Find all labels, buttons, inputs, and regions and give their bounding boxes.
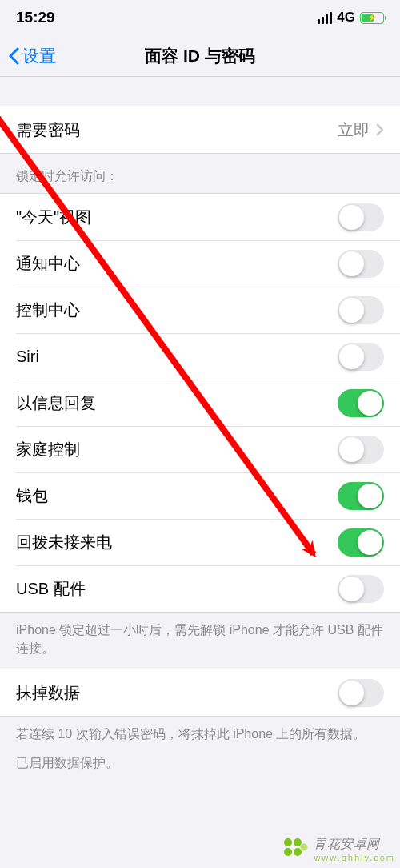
lock-access-toggle[interactable]: [338, 250, 384, 278]
watermark-url: www.qhhlv.com: [314, 853, 395, 862]
lock-access-label: 通知中心: [16, 253, 338, 275]
watermark-logo-icon: [282, 836, 309, 863]
lock-access-row: Siri: [0, 333, 400, 380]
erase-footer-1: 若连续 10 次输入错误密码，将抹掉此 iPhone 上的所有数据。: [0, 717, 400, 748]
lock-access-group: "今天"视图通知中心控制中心Siri以信息回复家庭控制钱包回拨未接来电USB 配…: [0, 193, 400, 613]
back-label: 设置: [22, 45, 56, 67]
lock-access-row: 控制中心: [0, 287, 400, 333]
lock-access-toggle[interactable]: [338, 296, 384, 324]
lock-access-label: 以信息回复: [16, 392, 338, 414]
erase-data-label: 抹掉数据: [16, 682, 338, 704]
svg-point-1: [284, 838, 292, 846]
lock-access-toggle[interactable]: [338, 389, 384, 417]
lock-access-toggle[interactable]: [338, 343, 384, 371]
status-indicators: 4G ⚡: [318, 10, 384, 26]
battery-icon: ⚡: [360, 12, 384, 24]
chevron-right-icon: [376, 123, 384, 136]
lock-access-row: 家庭控制: [0, 426, 400, 472]
lock-access-row: 通知中心: [0, 240, 400, 287]
erase-data-toggle[interactable]: [338, 679, 384, 707]
cell-signal-icon: [318, 12, 333, 24]
back-button[interactable]: 设置: [0, 45, 56, 67]
usb-footer: iPhone 锁定超过一小时后，需先解锁 iPhone 才能允许 USB 配件连…: [0, 613, 400, 669]
watermark-text: 青花安卓网: [314, 836, 395, 853]
nav-bar: 设置 面容 ID 与密码: [0, 35, 400, 77]
lock-access-toggle[interactable]: [338, 482, 384, 510]
erase-footer-2: 已启用数据保护。: [0, 749, 400, 783]
lock-access-row: 钱包: [0, 472, 400, 519]
status-time: 15:29: [16, 9, 55, 26]
lock-access-row: 以信息回复: [0, 380, 400, 426]
lock-access-toggle[interactable]: [338, 528, 384, 557]
page-title: 面容 ID 与密码: [0, 45, 400, 67]
require-passcode-label: 需要密码: [16, 119, 338, 141]
lock-access-label: USB 配件: [16, 578, 338, 600]
lock-access-row: USB 配件: [0, 565, 400, 612]
require-passcode-row[interactable]: 需要密码 立即: [0, 106, 400, 153]
require-passcode-value: 立即: [338, 119, 370, 141]
svg-point-4: [294, 848, 302, 856]
lock-access-label: Siri: [16, 348, 338, 366]
lock-access-label: 家庭控制: [16, 439, 338, 460]
lock-access-header: 锁定时允许访问：: [0, 154, 400, 193]
lock-access-label: 回拨未接来电: [16, 532, 338, 553]
svg-point-5: [301, 844, 308, 851]
lock-access-toggle[interactable]: [338, 575, 384, 603]
status-bar: 15:29 4G ⚡: [0, 0, 400, 35]
lock-access-row: 回拨未接来电: [0, 519, 400, 565]
lock-access-label: 控制中心: [16, 299, 338, 321]
lock-access-toggle[interactable]: [338, 436, 384, 464]
network-label: 4G: [337, 10, 355, 26]
lock-access-row: "今天"视图: [0, 194, 400, 240]
svg-point-3: [284, 848, 292, 856]
chevron-left-icon: [8, 47, 19, 65]
svg-point-2: [294, 838, 302, 846]
lock-access-toggle[interactable]: [338, 203, 384, 231]
watermark: 青花安卓网 www.qhhlv.com: [282, 836, 395, 863]
lock-access-label: 钱包: [16, 485, 338, 507]
lock-access-label: "今天"视图: [16, 207, 338, 228]
erase-data-row: 抹掉数据: [0, 669, 400, 716]
